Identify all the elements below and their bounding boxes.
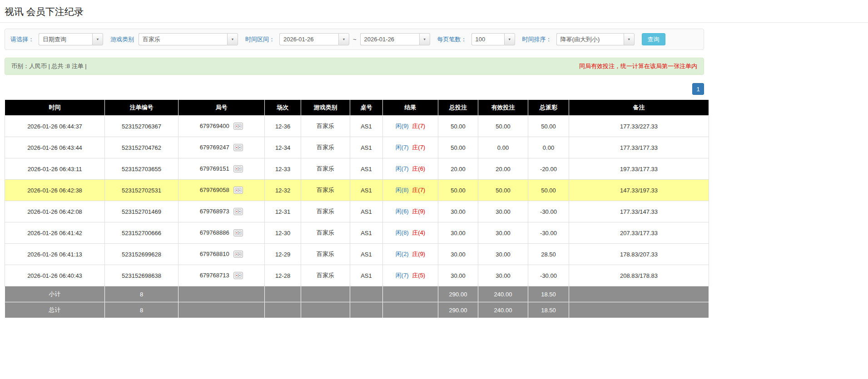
- cell-bet-id: 523152698638: [105, 265, 179, 286]
- filter-bar: 请选择： ▼ 游戏类别 ▼ 时间区间： ▼ ~ ▼ 每页笔数： ▼ 时间排序： …: [5, 29, 704, 50]
- total-row: 总计 8 290.00 240.00 18.50: [5, 302, 709, 318]
- date-from-input[interactable]: [279, 33, 338, 45]
- cell-session: 12-30: [265, 222, 301, 244]
- cell-time: 2026-01-26 06:40:43: [5, 265, 105, 286]
- cell-time: 2026-01-26 06:44:37: [5, 116, 105, 137]
- result-banker: 庄(5): [412, 272, 425, 279]
- header-result: 结果: [383, 100, 438, 116]
- date-to-dropdown-button[interactable]: ▼: [419, 33, 430, 45]
- cell-valid-bet: 0.00: [478, 137, 528, 158]
- cell-payout: -30.00: [528, 222, 569, 244]
- pagination-page-1[interactable]: 1: [692, 83, 704, 95]
- result-player: 闲(7): [396, 165, 409, 172]
- cell-game-type: 百家乐: [301, 137, 350, 158]
- total-bet-link[interactable]: 50.00: [438, 116, 478, 137]
- time-sort-input[interactable]: [556, 33, 624, 45]
- total-bet-link[interactable]: 30.00: [438, 222, 478, 244]
- cell-result: 闲(8) 庄(7): [383, 180, 438, 201]
- cell-result: 闲(6) 庄(9): [383, 201, 438, 222]
- cell-valid-bet: 30.00: [478, 201, 528, 222]
- cell-valid-bet: 30.00: [478, 222, 528, 244]
- table-row: 2026-01-26 06:42:08 523152701469 6797689…: [5, 201, 709, 222]
- round-detail-icon[interactable]: [233, 208, 243, 215]
- table-row: 2026-01-26 06:42:38 523152702531 6797690…: [5, 180, 709, 201]
- search-button[interactable]: 查询: [642, 33, 665, 45]
- result-banker: 庄(7): [412, 123, 425, 129]
- table-row: 2026-01-26 06:43:11 523152703655 6797691…: [5, 158, 709, 180]
- header-table-no: 桌号: [350, 100, 383, 116]
- cell-result: 闲(2) 庄(9): [383, 244, 438, 265]
- header-remark: 备注: [569, 100, 709, 116]
- content-area: 请选择： ▼ 游戏类别 ▼ 时间区间： ▼ ~ ▼ 每页笔数： ▼ 时间排序： …: [0, 29, 709, 379]
- round-detail-icon[interactable]: [233, 251, 243, 258]
- cell-round-id: 679768886: [179, 222, 265, 244]
- cell-game-type: 百家乐: [301, 180, 350, 201]
- round-detail-icon[interactable]: [233, 144, 243, 151]
- subtotal-valid-bet: 240.00: [478, 286, 528, 302]
- table-row: 2026-01-26 06:41:42 523152700666 6797688…: [5, 222, 709, 244]
- chevron-down-icon: ▼: [423, 38, 426, 41]
- header-session: 场次: [265, 100, 301, 116]
- time-sort-label: 时间排序：: [522, 35, 552, 44]
- total-bet-link[interactable]: 50.00: [438, 137, 478, 158]
- cell-bet-id: 523152700666: [105, 222, 179, 244]
- round-detail-icon[interactable]: [233, 123, 243, 130]
- cell-game-type: 百家乐: [301, 158, 350, 180]
- cell-result: 闲(8) 庄(4): [383, 222, 438, 244]
- cell-result: 闲(9) 庄(7): [383, 116, 438, 137]
- table-row: 2026-01-26 06:41:13 523152699628 6797688…: [5, 244, 709, 265]
- cell-session: 12-33: [265, 158, 301, 180]
- header-game-type: 游戏类别: [301, 100, 350, 116]
- cell-table-no: AS1: [350, 137, 383, 158]
- chevron-down-icon: ▼: [231, 38, 234, 41]
- round-id-value: 679768810: [200, 251, 229, 257]
- cell-payout: 28.50: [528, 244, 569, 265]
- total-count: 8: [105, 302, 179, 318]
- cell-payout: -20.00: [528, 158, 569, 180]
- round-id-value: 679768973: [200, 208, 229, 215]
- cell-time: 2026-01-26 06:43:11: [5, 158, 105, 180]
- chevron-down-icon: ▼: [96, 38, 99, 41]
- query-type-input[interactable]: [39, 33, 92, 45]
- table-row: 2026-01-26 06:44:37 523152706367 6797694…: [5, 116, 709, 137]
- game-type-input[interactable]: [139, 33, 227, 45]
- header-payout: 总派彩: [528, 100, 569, 116]
- query-type-dropdown-button[interactable]: ▼: [92, 33, 103, 45]
- cell-payout: -30.00: [528, 265, 569, 286]
- time-sort-dropdown-button[interactable]: ▼: [624, 33, 635, 45]
- date-from-dropdown-button[interactable]: ▼: [338, 33, 349, 45]
- round-id-value: 679769151: [200, 165, 229, 172]
- result-banker: 庄(7): [412, 144, 425, 151]
- round-detail-icon[interactable]: [233, 187, 243, 194]
- cell-round-id: 679768713: [179, 265, 265, 286]
- cell-session: 12-31: [265, 201, 301, 222]
- round-detail-icon[interactable]: [233, 229, 243, 236]
- cell-round-id: 679769400: [179, 116, 265, 137]
- result-banker: 庄(9): [412, 251, 425, 257]
- round-detail-icon[interactable]: [233, 165, 243, 172]
- total-bet-link[interactable]: 30.00: [438, 244, 478, 265]
- total-bet-link[interactable]: 30.00: [438, 265, 478, 286]
- date-to-input[interactable]: [360, 33, 419, 45]
- page-size-input[interactable]: [471, 33, 504, 45]
- cell-table-no: AS1: [350, 244, 383, 265]
- header-valid-bet: 有效投注: [478, 100, 528, 116]
- total-bet-link[interactable]: 50.00: [438, 180, 478, 201]
- cell-game-type: 百家乐: [301, 265, 350, 286]
- total-bet-link[interactable]: 20.00: [438, 158, 478, 180]
- time-range-label: 时间区间：: [245, 35, 275, 44]
- total-bet-link[interactable]: 30.00: [438, 201, 478, 222]
- game-type-dropdown-button[interactable]: ▼: [227, 33, 238, 45]
- cell-remark: 197.33/177.33: [569, 158, 709, 180]
- table-row: 2026-01-26 06:40:43 523152698638 6797687…: [5, 265, 709, 286]
- date-range-separator: ~: [353, 36, 357, 43]
- round-detail-icon[interactable]: [233, 272, 243, 279]
- cell-game-type: 百家乐: [301, 222, 350, 244]
- cell-table-no: AS1: [350, 116, 383, 137]
- round-id-value: 679768886: [200, 229, 229, 236]
- page-size-dropdown-button[interactable]: ▼: [504, 33, 515, 45]
- cell-game-type: 百家乐: [301, 244, 350, 265]
- cell-game-type: 百家乐: [301, 116, 350, 137]
- cell-payout: 50.00: [528, 180, 569, 201]
- result-player: 闲(8): [396, 187, 409, 193]
